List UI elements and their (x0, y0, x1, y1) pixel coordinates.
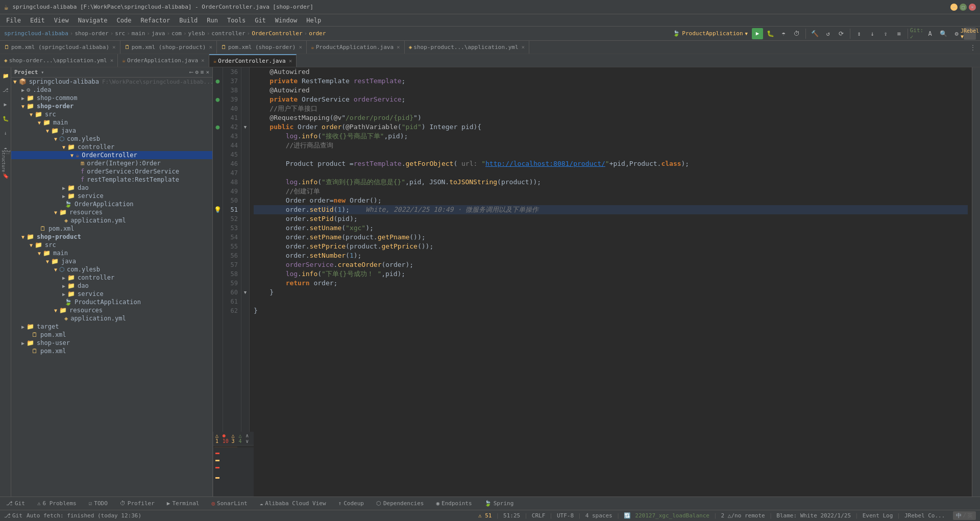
close-tab-btn-3[interactable]: × (299, 44, 302, 51)
toolbar-btn-3[interactable]: ↕ (853, 28, 865, 40)
tab-shopproduct-yml[interactable]: ◈ shop-product...\application.yml × (405, 41, 530, 54)
tree-collapse-btn[interactable]: ⟵ (190, 69, 193, 76)
bottom-tab-dependencies[interactable]: ⬡ Dependencies (370, 498, 430, 509)
tree-item-main[interactable]: ▼ 📁 main (11, 118, 212, 127)
tree-item-pomxml-user[interactable]: 🗒 pom.xml (11, 347, 212, 355)
tree-item-resources2[interactable]: ▼ 📁 resources (11, 306, 212, 314)
tree-item-field-orderservice[interactable]: f orderService:OrderService (11, 167, 212, 176)
close-tab-btn[interactable]: × (112, 44, 116, 51)
menu-run[interactable]: Run (203, 16, 222, 25)
tree-item-productapp[interactable]: 🍃 ProductApplication (11, 298, 212, 306)
tree-item-ordercontroller[interactable]: ▼ ☕ OrderController (11, 151, 212, 159)
bottom-tab-terminal[interactable]: ▶ Terminal (161, 498, 206, 509)
profile-button[interactable]: ⏱ (791, 28, 803, 40)
bottom-tab-endpoints[interactable]: ◉ Endpoints (430, 498, 478, 509)
tree-item-dao[interactable]: ▶ 📁 dao (11, 184, 212, 192)
tab-shoporder-yml[interactable]: ◈ shop-order...\application.yml × (0, 54, 118, 67)
status-git[interactable]: ⎇ Git (4, 512, 22, 519)
close-tab-btn-2[interactable]: × (209, 44, 212, 51)
tree-item-service[interactable]: ▶ 📁 service (11, 192, 212, 200)
sidebar-icon-debug[interactable]: 🐛 (1, 113, 11, 123)
status-jrebel[interactable]: JRebel Co... (904, 512, 945, 519)
tree-item-controller[interactable]: ▼ 📁 controller (11, 143, 212, 151)
tree-item-target[interactable]: ▶ 📁 target (11, 322, 212, 331)
status-blame[interactable]: Blame: White 2022/1/25 (776, 512, 851, 519)
breadcrumb-item-8[interactable]: controller (211, 30, 245, 37)
tree-item-shopcommom[interactable]: ▶ 📁 shop-commom (11, 94, 212, 102)
toolbar-btn-1[interactable]: ↺ (822, 28, 834, 40)
menu-edit[interactable]: Edit (26, 16, 49, 25)
close-tab-btn-4[interactable]: × (397, 44, 400, 51)
tab-pom-shopproduct[interactable]: 🗒 pom.xml (shop-product) × (120, 41, 217, 54)
tree-item-orderapplication[interactable]: 🍃 OrderApplication (11, 200, 212, 208)
tree-item-appyml-product[interactable]: ◈ application.yml (11, 314, 212, 322)
close-tab-btn-5[interactable]: × (522, 44, 525, 51)
search-everywhere[interactable]: 🔍 (937, 28, 949, 40)
breadcrumb-item-6[interactable]: com (172, 30, 182, 37)
breadcrumb-item-7[interactable]: ylesb (188, 30, 205, 37)
tab-productapp[interactable]: ☕ ProductApplication.java × (307, 41, 405, 54)
tree-item-pomxml-order[interactable]: 🗒 pom.xml (11, 225, 212, 233)
breadcrumb-item-1[interactable]: springcloud-alibaba (4, 30, 68, 37)
tree-settings-btn[interactable]: ⚙ (195, 69, 199, 76)
bottom-tab-alibaba[interactable]: ☁ Alibaba Cloud View (254, 498, 332, 509)
menu-help[interactable]: Help (302, 16, 325, 25)
close-tab-btn-8[interactable]: × (289, 58, 292, 64)
build-button[interactable]: 🔨 (808, 28, 821, 40)
code-content[interactable]: @Autowired private RestTemplate restTemp… (250, 67, 972, 432)
bottom-tab-todo[interactable]: ☑ TODO (83, 498, 114, 509)
menu-window[interactable]: Window (271, 16, 301, 25)
close-btn[interactable]: × (969, 4, 976, 11)
menu-file[interactable]: File (2, 16, 25, 25)
tab-orderapp[interactable]: ☕ OrderApplication.java × (118, 54, 209, 67)
bottom-tab-problems[interactable]: ⚠ 6 Problems (31, 498, 83, 509)
sidebar-icon-run[interactable]: ▶ (1, 99, 11, 109)
menu-navigate[interactable]: Navigate (74, 16, 112, 25)
tree-item-root[interactable]: ▼ 📦 springcloud-alibaba F:\WorkPace\spri… (11, 78, 212, 86)
menu-build[interactable]: Build (175, 16, 202, 25)
menu-git[interactable]: Git (251, 16, 270, 25)
tree-item-idea[interactable]: ▶ ⚙ .idea (11, 86, 212, 94)
bottom-tab-spring[interactable]: 🍃 Spring (478, 498, 520, 509)
toolbar-btn-2[interactable]: ⟳ (835, 28, 847, 40)
tree-item-package[interactable]: ▼ ⬡ com.ylesb (11, 135, 212, 143)
breadcrumb-item-9[interactable]: OrderController (252, 30, 302, 37)
menu-refactor[interactable]: Refactor (136, 16, 174, 25)
sidebar-icon-pull[interactable]: ↓ (1, 128, 11, 138)
tree-item-shopuser[interactable]: ▶ 📁 shop-user (11, 339, 212, 347)
tree-item-java2[interactable]: ▼ 📁 java (11, 257, 212, 265)
git-btn[interactable]: Git: ✓ (911, 28, 923, 40)
tree-item-main2[interactable]: ▼ 📁 main (11, 249, 212, 257)
status-vcs[interactable]: 2 △/no remote (721, 512, 765, 519)
sidebar-icon-bookmarks[interactable]: 🔖 (1, 170, 11, 181)
menu-code[interactable]: Code (113, 16, 136, 25)
status-event-log[interactable]: Event Log (863, 512, 893, 519)
toolbar-btn-4[interactable]: ↓ (866, 28, 878, 40)
sidebar-icon-project[interactable]: 📁 (1, 70, 11, 81)
tab-pom-shoporder[interactable]: 🗒 pom.xml (shop-order) × (217, 41, 307, 54)
tree-item-service2[interactable]: ▶ 📁 service (11, 290, 212, 298)
tree-item-shoporder[interactable]: ▼ 📁 shop-order (11, 102, 212, 110)
tree-item-shopproduct[interactable]: ▼ 📁 shop-product (11, 233, 212, 241)
status-encoding[interactable]: UTF-8 (557, 512, 574, 519)
run-button[interactable]: ▶ (752, 28, 763, 39)
run-config-dropdown[interactable]: 🍃 ProductApplication ▼ (670, 28, 751, 40)
tree-item-dao2[interactable]: ▶ 📁 dao (11, 282, 212, 290)
tree-item-method-order[interactable]: m order(Integer):Order (11, 159, 212, 167)
toolbar-translate[interactable]: A (924, 28, 936, 40)
breadcrumb-item-10[interactable]: order (309, 30, 326, 37)
jrebel-btn[interactable]: JRebel ▼ (964, 28, 976, 40)
menu-tools[interactable]: Tools (223, 16, 250, 25)
bottom-tab-profiler[interactable]: ⏱ Profiler (114, 498, 161, 509)
tree-close-btn[interactable]: × (206, 69, 209, 76)
status-indent[interactable]: 4 spaces (585, 512, 612, 519)
status-branch[interactable]: 220127_xgc_loadBalance (635, 512, 709, 519)
breadcrumb-item-4[interactable]: main (132, 30, 145, 37)
tree-item-package2[interactable]: ▼ ⬡ com.ylesb (11, 265, 212, 274)
sidebar-icon-structure[interactable]: 2: Structure (1, 156, 11, 166)
bottom-tab-codeup[interactable]: ↑ Codeup (332, 498, 370, 509)
tab-ordercontroller[interactable]: ☕ OrderController.java × (209, 54, 297, 67)
tree-item-controller2[interactable]: ▶ 📁 controller (11, 274, 212, 282)
more-tabs-btn[interactable]: ⋮ (966, 41, 980, 54)
debug-button[interactable]: 🐛 (764, 28, 776, 40)
